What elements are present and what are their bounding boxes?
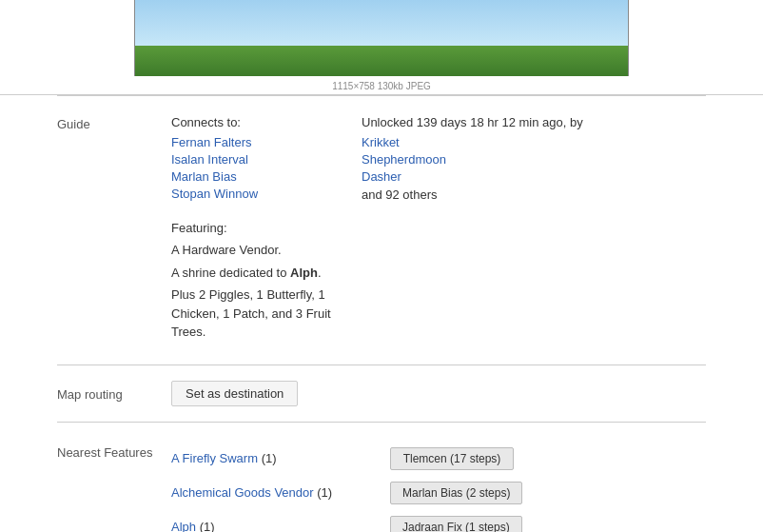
connects-link-1[interactable]: Isalan Interval (171, 152, 323, 167)
nearest-feature-name-0: A Firefly Swarm (1) (171, 442, 381, 476)
connects-to-block: Connects to: Fernan Falters Isalan Inter… (171, 115, 323, 204)
guide-label: Guide (57, 115, 171, 345)
nearest-feature-route-cell-2: Jadraan Fix (1 steps) (381, 510, 706, 533)
image-caption: 1115×758 130kb JPEG (0, 79, 763, 94)
nearest-feature-link-2[interactable]: Alph (171, 520, 200, 532)
nearest-feature-name-2: Alph (1) (171, 510, 381, 533)
connects-link-3[interactable]: Stopan Winnow (171, 187, 323, 201)
guide-columns: Connects to: Fernan Falters Isalan Inter… (171, 115, 706, 204)
set-destination-button[interactable]: Set as destination (171, 381, 298, 406)
nearest-feature-count-2: (1) (200, 520, 215, 532)
nearest-feature-row: A Firefly Swarm (1)Tlemcen (17 steps) (171, 442, 706, 476)
unlocked-link-1[interactable]: Shepherdmoon (362, 152, 583, 167)
nearest-feature-row: Alph (1)Jadraan Fix (1 steps) (171, 510, 706, 533)
connects-to-header: Connects to: (171, 115, 323, 129)
map-routing-content: Set as destination (171, 381, 706, 406)
connects-link-2[interactable]: Marlan Bias (171, 169, 323, 184)
nearest-feature-row: Alchemical Goods Vendor (1)Marlan Bias (… (171, 476, 706, 510)
map-routing-label: Map routing (57, 385, 171, 402)
route-button-0[interactable]: Tlemcen (17 steps) (390, 447, 514, 470)
game-banner-container: 1115×758 130kb JPEG (0, 0, 763, 95)
route-button-2[interactable]: Jadraan Fix (1 steps) (390, 516, 522, 533)
unlocked-link-2[interactable]: Dasher (362, 169, 583, 184)
featuring-item-0: A Hardware Vendor. (171, 241, 706, 260)
nearest-features-section: Nearest Features A Firefly Swarm (1)Tlem… (0, 423, 763, 533)
guide-content: Connects to: Fernan Falters Isalan Inter… (171, 115, 706, 345)
nearest-feature-name-1: Alchemical Goods Vendor (1) (171, 476, 381, 510)
nearest-feature-link-1[interactable]: Alchemical Goods Vendor (171, 485, 317, 500)
featuring-block: Featuring: A Hardware Vendor. A shrine d… (171, 221, 706, 342)
featuring-item-2: Plus 2 Piggles, 1 Butterfly, 1Chicken, 1… (171, 286, 706, 342)
nearest-features-content: A Firefly Swarm (1)Tlemcen (17 steps)Alc… (171, 442, 706, 533)
nearest-feature-count-0: (1) (262, 451, 277, 465)
map-routing-section: Map routing Set as destination (0, 365, 763, 422)
guide-section: Guide Connects to: Fernan Falters Isalan… (0, 96, 763, 365)
unlocked-link-0[interactable]: Krikket (362, 135, 583, 149)
featuring-header: Featuring: (171, 221, 706, 235)
nearest-features-table: A Firefly Swarm (1)Tlemcen (17 steps)Alc… (171, 442, 706, 533)
route-button-1[interactable]: Marlan Bias (2 steps) (390, 482, 522, 504)
unlocked-header: Unlocked 139 days 18 hr 12 min ago, by (362, 115, 583, 129)
game-banner (134, 0, 629, 76)
nearest-features-label: Nearest Features (57, 442, 171, 533)
nearest-feature-route-cell-1: Marlan Bias (2 steps) (381, 476, 706, 510)
connects-link-0[interactable]: Fernan Falters (171, 135, 323, 149)
nearest-feature-count-1: (1) (317, 485, 332, 500)
unlocked-by-block: Unlocked 139 days 18 hr 12 min ago, by K… (362, 115, 583, 204)
unlocked-others: and 92 others (362, 187, 583, 202)
nearest-feature-link-0[interactable]: A Firefly Swarm (171, 451, 262, 465)
featuring-item-1: A shrine dedicated to Alph. (171, 264, 706, 283)
nearest-feature-route-cell-0: Tlemcen (17 steps) (381, 442, 706, 476)
